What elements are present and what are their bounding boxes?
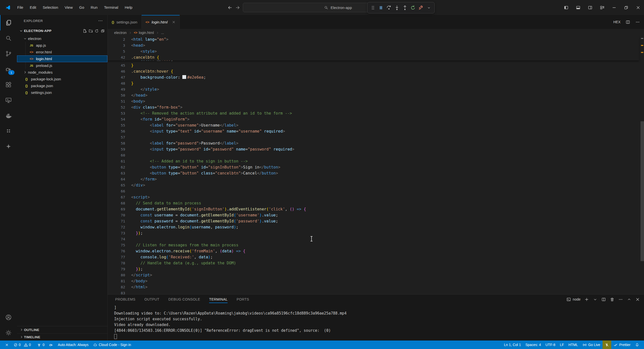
close-icon[interactable] [635,297,640,302]
tree-item-app.js[interactable]: JSapp.js [17,42,108,49]
panel-tab-ports[interactable]: PORTS [236,295,249,304]
activity-gemini[interactable] [0,123,17,139]
layout-sidebar-button[interactable] [560,0,572,15]
activity-settings[interactable] [0,325,17,341]
tree-item-settings.json[interactable]: {}settings.json [17,89,108,96]
status-ports[interactable]: 0 [35,341,47,349]
split-editor-icon[interactable] [601,297,606,302]
tree-item-error.html[interactable]: <>error.html [17,49,108,55]
hex-editor-action[interactable]: HEX [613,20,620,24]
ellipsis-icon[interactable] [635,20,640,24]
layout-panel-button[interactable] [572,0,584,15]
step-over-button[interactable] [385,3,393,12]
breadcrumb[interactable]: electron<>login.html... [108,29,644,36]
menu-terminal[interactable]: Terminal [101,3,122,12]
explorer-root-header[interactable]: ELECTRON-APP [17,26,108,35]
status-remote[interactable] [2,341,11,349]
pause-button[interactable] [377,3,385,12]
menu-view[interactable]: View [62,3,76,12]
restart-button[interactable] [409,3,417,12]
sidebar-more-icon[interactable]: ⋯ [98,18,103,23]
collapse-all-icon[interactable] [100,29,105,33]
status-auto-attach[interactable]: Auto Attach: Always [56,341,91,349]
status-lightning-disabled[interactable] [602,341,611,349]
step-into-button[interactable] [393,3,401,12]
close-tab-icon[interactable] [172,20,176,24]
split-editor-icon[interactable] [626,20,630,24]
status-language-mode[interactable]: HTML [566,341,580,349]
new-file-icon[interactable] [82,29,87,33]
menu-file[interactable]: File [14,3,26,12]
tree-item-package.json[interactable]: {}package.json [17,82,108,89]
trash-icon[interactable] [610,297,614,302]
step-out-button[interactable] [401,3,409,12]
tree-item-electron[interactable]: electron [17,35,108,42]
terminal-shell-chip[interactable]: node [566,297,580,302]
status-problems[interactable]: 00 [11,341,35,349]
tree-item-node_modules[interactable]: node_modules [17,69,108,76]
status-eol[interactable]: LF [558,341,566,349]
terminal-output[interactable]: ]Downloading video to: C:\Users\Razen\Ap… [108,304,644,339]
vscode-window: FileEditSelectionViewGoRunTerminalHelp E… [0,0,644,349]
back-arrow-icon[interactable] [227,5,232,10]
activity-run-debug[interactable]: 1 [0,61,17,77]
chevron-down-icon[interactable] [593,297,598,302]
forward-arrow-icon[interactable] [235,5,240,10]
status-notifications[interactable] [633,341,642,349]
status-cursor-position[interactable]: Ln 1, Col 1 [502,341,523,349]
new-folder-icon[interactable] [88,29,93,33]
chevron-down-button[interactable] [425,3,433,12]
status-prettier[interactable]: Prettier [611,341,633,349]
tree-item-login.html[interactable]: <>login.html [17,55,108,62]
ellipsis-icon[interactable] [618,297,623,302]
bell-icon [635,343,639,347]
status-encoding[interactable]: UTF-8 [543,341,558,349]
menu-help[interactable]: Help [122,3,136,12]
activity-accounts[interactable] [0,310,17,325]
panel-tab-terminal[interactable]: TERMINAL [209,295,228,304]
disconnect-button[interactable] [417,3,425,12]
breadcrumb-item[interactable]: ... [161,31,164,35]
panel-tab-output[interactable]: OUTPUT [144,295,160,304]
activity-docker[interactable] [0,108,17,123]
breadcrumb-item[interactable]: <>login.html [134,31,154,35]
tab-settings.json[interactable]: {}settings.json [108,15,142,29]
status-indentation[interactable]: Spaces: 4 [523,341,543,349]
activity-explorer[interactable] [0,15,17,30]
activity-search[interactable] [0,30,17,46]
layout-customize-button[interactable] [596,0,608,15]
menu-edit[interactable]: Edit [26,3,40,12]
minimize-button[interactable] [608,0,620,15]
circle-slash-icon [14,343,18,347]
tab-login.html[interactable]: <>login.html [142,15,180,29]
close-button[interactable] [632,0,644,15]
menu-selection[interactable]: Selection [40,3,62,12]
tree-item-preload.js[interactable]: JSpreload.js [17,62,108,69]
menu-run[interactable]: Run [88,3,101,12]
panel-tab-problems[interactable]: PROBLEMS [115,295,136,304]
status-cloud-code[interactable]: Cloud Code - Sign in [91,341,133,349]
editor-scrollbar[interactable] [640,121,644,261]
plus-icon[interactable] [584,297,589,302]
breadcrumb-item[interactable]: electron [114,31,127,35]
panel-tab-debug-console[interactable]: DEBUG CONSOLE [168,295,200,304]
overview-ruler-mark [641,52,643,53]
code-text [131,188,644,194]
activity-remote-explorer[interactable] [0,92,17,108]
tree-item-package-lock.json[interactable]: {}package-lock.json [17,76,108,82]
status-go-live[interactable]: Go Live [580,341,602,349]
menu-go[interactable]: Go [76,3,88,12]
section-outline[interactable]: OUTLINE [17,326,108,333]
section-timeline[interactable]: TIMELINE [17,333,108,341]
activity-copilot[interactable] [0,139,17,154]
code-line-57: 57 [108,134,644,140]
chevron-up-icon[interactable] [627,297,632,302]
activity-extensions[interactable] [0,77,17,92]
refresh-icon[interactable] [94,29,99,33]
grip-button[interactable] [369,3,377,12]
code-editor[interactable]: 44 color: #555;45}46.cancelbtn:hover {47… [108,36,644,294]
restore-button[interactable] [620,0,632,15]
layout-sidebar-right-button[interactable] [584,0,596,15]
status-debug-status[interactable] [47,341,56,349]
activity-source-control[interactable] [0,46,17,61]
